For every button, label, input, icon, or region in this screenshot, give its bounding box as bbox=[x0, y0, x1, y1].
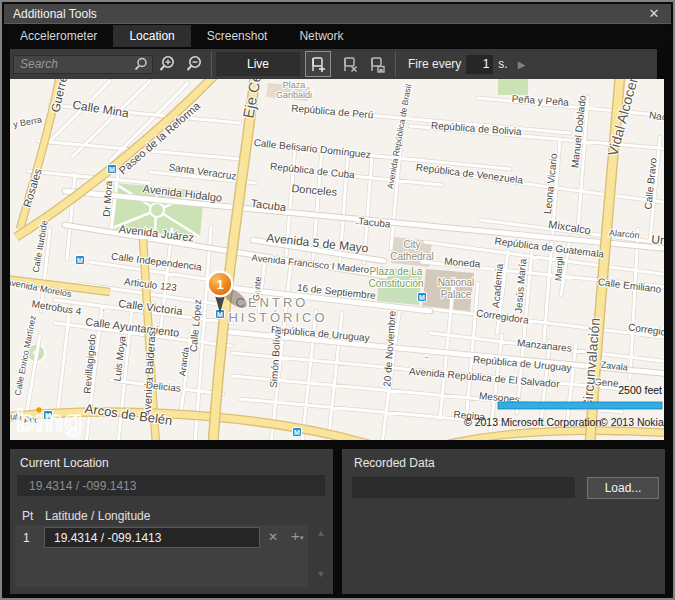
map-street-label: Margil bbox=[553, 256, 565, 281]
zoom-in-button[interactable] bbox=[154, 51, 180, 77]
current-location-title: Current Location bbox=[20, 456, 109, 470]
scroll-up-icon[interactable]: ▲ bbox=[313, 528, 329, 538]
interval-input[interactable] bbox=[466, 55, 493, 74]
live-button[interactable]: Live bbox=[216, 52, 300, 76]
map-street-label: Moneda bbox=[444, 255, 481, 269]
svg-text:M: M bbox=[419, 294, 425, 301]
metro-station-icon: M bbox=[76, 256, 85, 265]
points-list: 1 ✕ +▼ bbox=[15, 525, 308, 587]
caret-down-icon: ▼ bbox=[299, 535, 305, 541]
add-point-icon[interactable]: +▼ bbox=[291, 527, 306, 544]
map-street-label: Tacuba bbox=[358, 215, 392, 229]
map-street-label: ← bbox=[100, 304, 110, 315]
map-street-label: Plaza de La bbox=[370, 266, 423, 277]
map-street-label: CENTRO bbox=[236, 295, 309, 310]
close-icon[interactable]: ✕ bbox=[645, 5, 663, 23]
seconds-label: s. bbox=[498, 57, 507, 71]
map-street-label: Donceles bbox=[291, 182, 338, 198]
latlng-column-header: Latitude / Longitude bbox=[45, 509, 150, 523]
pt-column-header: Pt bbox=[22, 509, 33, 523]
recorded-data-title: Recorded Data bbox=[354, 456, 435, 470]
pin-add-icon bbox=[309, 55, 327, 73]
metro-station-icon: M bbox=[108, 165, 117, 174]
metro-station-icon: M bbox=[418, 293, 427, 302]
point-index: 1 bbox=[23, 531, 30, 545]
add-pin-button[interactable] bbox=[305, 51, 331, 77]
zoom-in-icon bbox=[157, 54, 177, 74]
title-bar: Additional Tools ✕ bbox=[4, 4, 671, 24]
additional-tools-window: Additional Tools ✕ Accelerometer Locatio… bbox=[0, 0, 675, 600]
svg-text:M: M bbox=[109, 166, 115, 173]
zoom-out-button[interactable] bbox=[181, 51, 207, 77]
map-street-label: National bbox=[438, 277, 475, 288]
tab-location[interactable]: Location bbox=[113, 25, 190, 47]
remove-point-icon[interactable]: ✕ bbox=[268, 530, 278, 544]
bing-logo: bing bbox=[16, 404, 83, 437]
map-street-label: Calle Belisario Domínguez bbox=[253, 137, 371, 160]
map-street-label: Palace bbox=[441, 289, 472, 300]
point-latlng-input[interactable] bbox=[44, 527, 260, 548]
toolbar-separator bbox=[395, 51, 396, 77]
scale-label: 2500 feet bbox=[618, 384, 662, 396]
map-street-label: Calle Mina bbox=[72, 98, 131, 121]
map-street-label: Calle Emiliano Zapata bbox=[597, 276, 664, 299]
map-canvas[interactable]: Guerreroy BerraCalle MinaPaseo de la Ref… bbox=[10, 79, 664, 440]
map-attribution: © 2013 Microsoft Corporation © 2013 Noki… bbox=[464, 416, 664, 428]
attribution-nokia: © 2013 Nokia bbox=[600, 416, 664, 428]
tab-accelerometer[interactable]: Accelerometer bbox=[4, 25, 113, 47]
map-street-label: República de Cuba bbox=[269, 161, 355, 181]
map-street-label: Eje Central bbox=[239, 79, 270, 120]
play-icon[interactable]: ▶ bbox=[518, 59, 526, 70]
map-street-label: República de Bolivia bbox=[431, 120, 523, 137]
delete-pin-button[interactable] bbox=[337, 51, 363, 77]
map-street-label: Cathedral bbox=[390, 251, 433, 262]
svg-text:bing: bing bbox=[16, 404, 83, 437]
map-street-label: → bbox=[420, 351, 430, 362]
load-button[interactable]: Load... bbox=[587, 477, 659, 499]
map-street-label: City bbox=[403, 239, 420, 250]
map-street-label: y Berra bbox=[12, 115, 42, 130]
map-street-label: Garibaldi bbox=[276, 90, 312, 100]
attribution-microsoft: © 2013 Microsoft Corporation bbox=[464, 416, 601, 428]
tab-screenshot[interactable]: Screenshot bbox=[191, 25, 284, 47]
map-street-label: Peña y Peña bbox=[511, 93, 569, 108]
zoom-out-icon bbox=[184, 54, 204, 74]
map-street-label: Rosales bbox=[21, 167, 44, 209]
map-street-label: Nacional bbox=[648, 109, 664, 125]
toolbar-separator bbox=[211, 51, 212, 77]
metro-station-icon: M bbox=[293, 428, 302, 437]
map-street-label: Constitución bbox=[368, 278, 423, 289]
svg-text:M: M bbox=[294, 429, 300, 436]
current-location-value bbox=[17, 475, 325, 496]
recorded-data-panel: Recorded Data Load... bbox=[342, 449, 665, 594]
location-toolbar: Live Fire e bbox=[10, 49, 657, 79]
search-icon bbox=[134, 57, 148, 71]
pin-save-icon bbox=[368, 55, 386, 73]
tab-network[interactable]: Network bbox=[283, 25, 359, 47]
pin-number: 1 bbox=[216, 277, 223, 292]
current-location-panel: Current Location Pt Latitude / Longitude… bbox=[10, 449, 333, 594]
map-street-label: Plaza bbox=[283, 80, 306, 90]
scroll-down-icon[interactable]: ▼ bbox=[313, 569, 329, 579]
window-title: Additional Tools bbox=[4, 7, 97, 21]
search-input[interactable] bbox=[13, 55, 153, 74]
map-street-label: República de Perú bbox=[291, 102, 374, 120]
save-pins-button[interactable] bbox=[364, 51, 390, 77]
map-street-label: → bbox=[253, 285, 263, 296]
map-street-label: Arcos de Belén bbox=[84, 401, 173, 428]
pin-delete-icon bbox=[341, 55, 359, 73]
recorded-data-input[interactable] bbox=[352, 477, 575, 498]
fire-every-label: Fire every bbox=[408, 57, 461, 71]
tab-bar: Accelerometer Location Screenshot Networ… bbox=[4, 25, 671, 47]
map-street-label: HISTÓRICO bbox=[228, 310, 327, 325]
svg-text:M: M bbox=[77, 257, 83, 264]
